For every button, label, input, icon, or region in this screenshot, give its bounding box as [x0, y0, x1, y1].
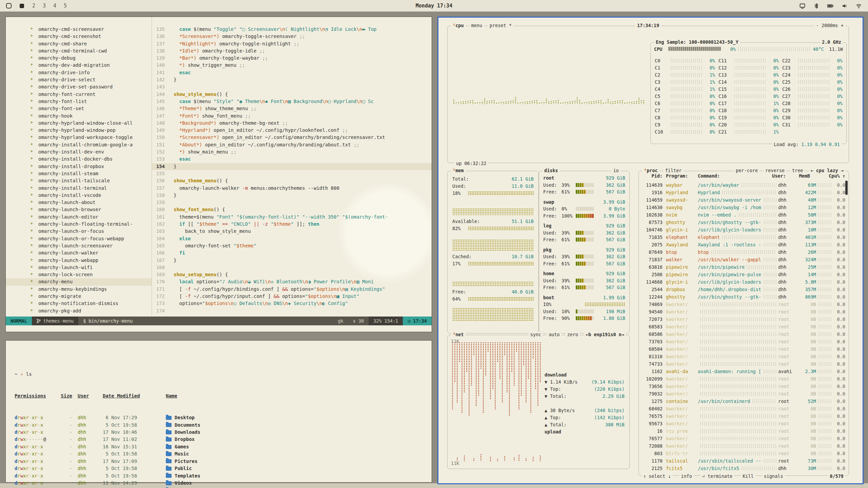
file-item[interactable]: *omarchy-drive-select	[6, 76, 152, 83]
file-item[interactable]: *omarchy-font-set	[6, 105, 152, 112]
file-item[interactable]: *omarchy-cmd-screensaver	[6, 26, 152, 33]
menu-button[interactable]: menu	[470, 23, 484, 28]
file-item[interactable]: *omarchy-launch-about	[6, 199, 152, 206]
file-item[interactable]: *omarchy-install-vscode	[6, 192, 152, 199]
file-item[interactable]: *omarchy-launch-walker	[6, 249, 152, 257]
workspace-button-5[interactable]: 5	[64, 3, 67, 9]
process-row[interactable]: 68402kworker/root0B0.0	[642, 405, 845, 412]
process-row[interactable]: 114668glycin-i/usr/lib/glycin-loadersdhh…	[642, 278, 845, 286]
file-item[interactable]: *omarchy-install-terminal	[6, 185, 152, 192]
editor-window[interactable]: *omarchy-cmd-screensaver*omarchy-cmd-scr…	[5, 17, 432, 332]
file-item[interactable]: *omarchy-install-tailscale	[6, 177, 152, 184]
file-item[interactable]: *omarchy-install-chromium-google-a	[6, 141, 152, 148]
process-row[interactable]: 74869kworker/root0B0.0	[642, 301, 845, 308]
process-row[interactable]: 76577kworker/root0B0.0	[642, 435, 845, 442]
file-item[interactable]: *omarchy-launch-browser	[6, 206, 152, 213]
net-sync-toggle[interactable]: sync	[529, 332, 543, 337]
process-row[interactable]: 1916HyprlandHyprlanddhh422M0.0	[642, 189, 845, 196]
proc-footer-key-1[interactable]: info	[679, 473, 694, 479]
sort-column-selector[interactable]: ← cpu lazy →	[809, 168, 845, 173]
process-row[interactable]: 68583kworker/root0B0.0	[642, 323, 845, 330]
process-row[interactable]: 2125fcitx5/usr/bin/fcitx5dhh30M0.0	[642, 465, 845, 472]
process-table-header[interactable]: Pid:Program:Command:User:MemBCpu% ↑	[642, 173, 845, 179]
workspace-button-3[interactable]: 3	[43, 3, 46, 9]
file-item[interactable]: *omarchy-hyprland-window-pop	[6, 127, 152, 134]
proc-footer-key-3[interactable]: Kill	[741, 473, 755, 479]
file-item[interactable]: *omarchy-cmd-share	[6, 40, 152, 47]
file-item[interactable]: *omarchy-dev-add-migration	[6, 62, 152, 69]
process-row[interactable]: 114630swaybg/usr/bin/swaybg -i /homdhh12…	[642, 204, 845, 211]
workspace-button-4[interactable]: 4	[53, 3, 56, 9]
process-row[interactable]: 72073kworker/root0B0.0	[642, 316, 845, 323]
process-row[interactable]: 803btrfs-trroot0B0.0	[642, 450, 845, 457]
process-row[interactable]: 1170tailscal/usr/sbin/tailscaled --root7…	[642, 457, 845, 465]
file-item[interactable]: *omarchy-launch-wifi	[6, 264, 152, 271]
file-item[interactable]: *omarchy-font-current	[6, 91, 152, 98]
process-row[interactable]: 71835elephantelephantdhh401M0.0	[642, 233, 845, 241]
terminal-window[interactable]: ~ › ls PermissionsSizeUserDate ModifiedN…	[5, 340, 432, 483]
file-item[interactable]: *omarchy-hyprland-workspace-toggle	[6, 134, 152, 141]
process-row[interactable]: 71837walker/usr/bin/walker --gappldhh324…	[642, 256, 845, 263]
file-item[interactable]: *omarchy-launch-screensaver	[6, 242, 152, 249]
process-row[interactable]: 95673kworker/root0B0.0	[642, 420, 845, 427]
process-scrollbar[interactable]	[845, 181, 848, 195]
process-row[interactable]: 2544dropbox/home/dhh/.dropbox-distdhh357…	[642, 286, 845, 293]
file-item[interactable]: *omarchy-debug	[6, 55, 152, 62]
volume-icon[interactable]	[842, 3, 848, 9]
reverse-toggle[interactable]: reverse	[764, 168, 786, 173]
process-row[interactable]: 2075XwaylandXwayland :1 -rootless -dhh11…	[642, 241, 845, 248]
io-tab[interactable]: io	[612, 168, 620, 173]
process-row[interactable]: 87649btopbtopdhh26M0.0	[642, 248, 845, 256]
process-row[interactable]: 68584kworker/root0B0.0	[642, 345, 845, 353]
process-row[interactable]: 72088kworker/root0B0.0	[642, 442, 845, 450]
process-row[interactable]: 1275containe/usr/bin/containerdroot52M0.…	[642, 398, 845, 405]
file-item[interactable]: *omarchy-install-docker-dbs	[6, 156, 152, 163]
file-item[interactable]: *omarchy-menu	[6, 278, 152, 285]
file-item[interactable]: *omarchy-launch-floating-terminal-	[6, 221, 152, 228]
process-row[interactable]: 1162avahi-daavahi-daemon: running [avahi…	[642, 368, 845, 375]
file-item[interactable]: *omarchy-drive-set-password	[6, 83, 152, 90]
file-item[interactable]: *omarchy-install-dropbox	[6, 163, 152, 170]
file-item[interactable]: *omarchy-pkg-add	[6, 307, 152, 314]
workspace-active-indicator[interactable]	[20, 4, 24, 8]
workspace-button-2[interactable]: 2	[32, 3, 35, 9]
proc-footer-key-0[interactable]: ↑ select ↓	[642, 473, 672, 479]
per-core-toggle[interactable]: per-core	[734, 168, 760, 173]
process-row[interactable]: 81310kworker/root0B0.0	[642, 353, 845, 360]
process-row[interactable]: 94540kworker/root0B0.0	[642, 308, 845, 316]
code-pane[interactable]: 135 case $(menu "Toggle" "▢ Screensaver\…	[152, 17, 432, 316]
file-item[interactable]: *omarchy-migrate	[6, 293, 152, 300]
process-row[interactable]: 114659swayosd-/usr/bin/swayosd-serverdhh…	[642, 196, 845, 204]
process-row[interactable]: 73703kworker/root0B0.0	[642, 338, 845, 345]
file-item[interactable]: *omarchy-menu-keybindings	[6, 286, 152, 293]
tree-toggle[interactable]: tree	[790, 168, 805, 173]
file-item[interactable]: *omarchy-cmd-terminal-cwd	[6, 47, 152, 55]
process-row[interactable]: 12244ghostty/usr/bin/ghostty --gtk-dhh86…	[642, 293, 845, 301]
proc-footer-key-4[interactable]: signals	[762, 473, 785, 479]
process-row[interactable]: 79032kworker/root0B0.0	[642, 390, 845, 398]
preset-button[interactable]: preset *	[488, 23, 513, 28]
file-item[interactable]: *omarchy-hook	[6, 113, 152, 120]
process-row[interactable]: 102638nvimnvim --embed .dhh58M0.0	[642, 211, 845, 219]
process-row[interactable]: 102099kworker/root0B0.0	[642, 375, 845, 383]
proc-box-title[interactable]: ⁴proc	[642, 168, 659, 173]
file-item[interactable]: *omarchy-notification-dismiss	[6, 300, 152, 307]
file-item[interactable]: *omarchy-drive-info	[6, 69, 152, 76]
update-interval[interactable]: - 2000ms +	[814, 23, 845, 28]
file-item[interactable]: *omarchy-install-steam	[6, 170, 152, 177]
file-item[interactable]: *omarchy-hyprland-window-close-all	[6, 120, 152, 127]
battery-icon[interactable]	[827, 3, 834, 9]
bluetooth-icon[interactable]	[813, 3, 820, 9]
process-row[interactable]: 2506pipewire/usr/bin/pipewire-pulsedhh14…	[642, 271, 845, 278]
mem-box-title[interactable]: ²mem	[451, 168, 466, 173]
screencast-icon[interactable]	[799, 3, 806, 9]
cpu-box-title[interactable]: ¹cpu	[451, 23, 466, 28]
process-row[interactable]: 114639waybar/usr/bin/waybardhh69M0.0	[642, 181, 845, 189]
net-zero-toggle[interactable]: zero	[566, 332, 580, 337]
file-item[interactable]: *omarchy-font-list	[6, 98, 152, 105]
process-row[interactable]: 76575kworker/root0B0.0	[642, 412, 845, 420]
omarchy-logo-icon[interactable]	[6, 3, 12, 8]
process-row[interactable]: 73656kworker/root0B0.0	[642, 383, 845, 390]
file-item[interactable]: *omarchy-cmd-screenshot	[6, 33, 152, 40]
process-row[interactable]: 104746glycin-i/usr/lib/glycin-loadersdhh…	[642, 226, 845, 233]
